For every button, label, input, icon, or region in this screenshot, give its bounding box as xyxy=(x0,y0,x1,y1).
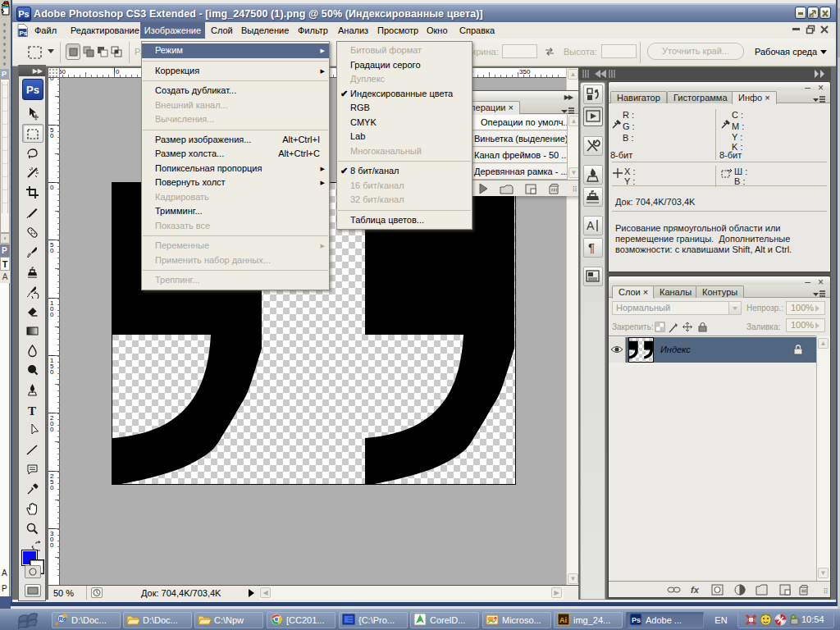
svg-text:¶: ¶ xyxy=(588,240,595,254)
svg-text:Ps: Ps xyxy=(20,30,28,37)
svg-text:Ps: Ps xyxy=(632,616,641,624)
svg-text:T: T xyxy=(28,404,36,418)
svg-text:Ai: Ai xyxy=(559,616,567,624)
svg-text:A: A xyxy=(587,219,595,232)
svg-text:fx: fx xyxy=(691,585,700,595)
